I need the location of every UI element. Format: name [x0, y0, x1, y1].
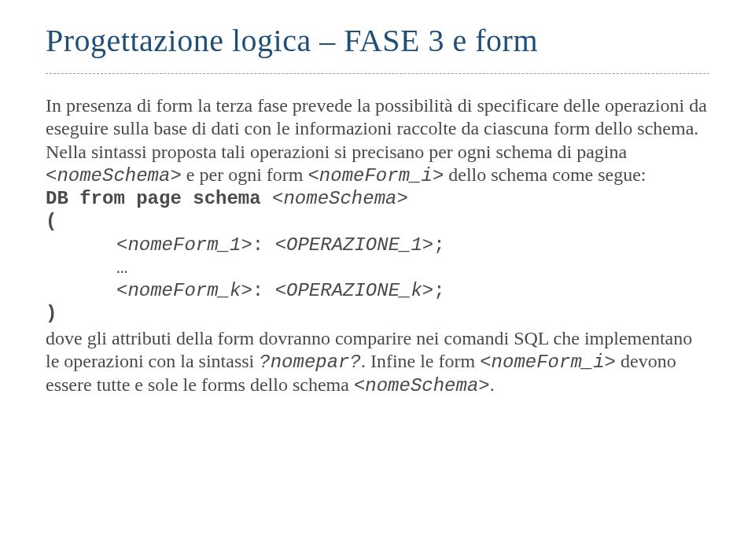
ellipsis: …: [116, 257, 127, 278]
ellipsis-line: …: [46, 256, 709, 279]
code-nomeschema-1: <nomeSchema>: [46, 165, 182, 186]
para1-text-b: e per ogni form: [182, 164, 308, 185]
code-nomepar: ?nomepar?: [259, 352, 361, 373]
title-divider: [46, 73, 709, 74]
code-nomeschema-2: <nomeSchema>: [354, 375, 490, 396]
code-nomeform-i-2: <nomeForm_i>: [480, 352, 616, 373]
para2-text-b: . Infine le form: [361, 351, 480, 371]
operation-line-1: <nomeForm_1>: <OPERAZIONE_1>;: [46, 234, 709, 256]
colon-1: :: [252, 234, 275, 256]
slide-title: Progettazione logica – FASE 3 e form: [46, 22, 709, 59]
operation-line-k: <nomeForm_k>: <OPERAZIONE_k>;: [46, 279, 709, 302]
form-name-k: <nomeForm_k>: [116, 280, 252, 301]
colon-k: :: [252, 280, 275, 301]
code-nomeform-i-1: <nomeForm_i>: [308, 165, 444, 186]
operation-1: <OPERAZIONE_1>: [275, 234, 434, 256]
para2-text-d: .: [490, 374, 495, 395]
semi-k: ;: [433, 280, 444, 301]
operation-k: <OPERAZIONE_k>: [275, 280, 434, 301]
close-paren: ): [46, 302, 709, 325]
para1-text-a: In presenza di form la terza fase preved…: [46, 95, 707, 162]
para1-text-c: dello schema come segue:: [444, 164, 646, 185]
db-from-line: DB from page schema <nomeSchema>: [46, 187, 709, 210]
db-schema-name: <nomeSchema>: [272, 188, 408, 209]
form-name-1: <nomeForm_1>: [116, 234, 252, 256]
db-keyword: DB from page schema: [46, 188, 272, 209]
slide: Progettazione logica – FASE 3 e form In …: [0, 0, 755, 560]
semi-1: ;: [433, 234, 444, 256]
open-paren: (: [46, 210, 709, 233]
paragraph-1: In presenza di form la terza fase preved…: [46, 94, 709, 187]
paragraph-2: dove gli attributi della form dovranno c…: [46, 327, 709, 398]
